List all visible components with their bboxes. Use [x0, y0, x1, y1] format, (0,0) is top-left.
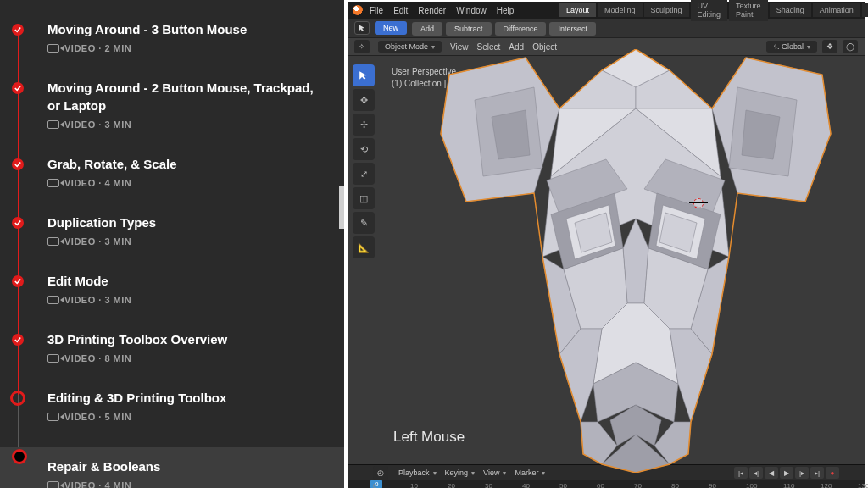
- timeline-tick: 130: [858, 482, 868, 488]
- timeline-tick: 10: [410, 482, 418, 488]
- tab-layout[interactable]: Layout: [559, 3, 596, 17]
- lesson-title: 3D Printing Toolbox Overview: [47, 330, 320, 348]
- timeline-tick: 30: [485, 482, 492, 488]
- timeline-menu-playback[interactable]: Playback: [398, 469, 430, 477]
- check-icon: [12, 82, 24, 94]
- bool-add-button[interactable]: Add: [412, 22, 442, 36]
- check-icon: [12, 334, 24, 346]
- lesson-meta: VIDEO · 5 MIN: [47, 412, 320, 422]
- annotate-tool[interactable]: ✎: [353, 212, 375, 234]
- select-box-tool[interactable]: [353, 64, 375, 86]
- blender-logo-icon: [353, 5, 363, 15]
- lesson-meta: VIDEO · 4 MIN: [47, 178, 320, 188]
- tab-shading[interactable]: Shading: [770, 3, 811, 17]
- menu-render[interactable]: Render: [418, 6, 446, 15]
- rotate-tool[interactable]: ⟲: [353, 138, 375, 160]
- workspace-tabs: LayoutModelingSculptingUV EditingTexture…: [559, 2, 865, 19]
- menu-edit[interactable]: Edit: [393, 6, 408, 15]
- timeline-tick: 50: [559, 482, 567, 488]
- course-playlist: Moving Around - 3 Button Mouse VIDEO · 2…: [0, 0, 344, 488]
- video-icon: [47, 44, 59, 53]
- measure-tool[interactable]: 📐: [353, 236, 375, 258]
- input-hint: Left Mouse: [393, 429, 465, 446]
- video-icon: [47, 237, 59, 246]
- timeline-tick: 110: [783, 482, 794, 488]
- mesh-suzanne: [432, 49, 839, 473]
- tab-uv-editing[interactable]: UV Editing: [691, 0, 728, 21]
- bool-subtract-button[interactable]: Subtract: [446, 22, 492, 36]
- mode-label: Object Mode: [385, 42, 428, 51]
- menu-window[interactable]: Window: [456, 6, 487, 15]
- bool-intersect-button[interactable]: Intersect: [549, 22, 596, 36]
- video-icon: [47, 413, 59, 421]
- tab-texture-paint[interactable]: Texture Paint: [729, 0, 768, 21]
- check-icon: [12, 217, 24, 229]
- lesson-title: Moving Around - 3 Button Mouse: [47, 20, 320, 38]
- blender-app: FileEditRenderWindowHelp LayoutModelingS…: [348, 2, 865, 485]
- timeline-track[interactable]: 0102030405060708090100110120130: [348, 480, 865, 488]
- progress-ring-icon: [10, 391, 25, 406]
- lesson-item[interactable]: Duplication Types VIDEO · 3 MIN: [47, 214, 320, 247]
- timeline-editor-icon[interactable]: ◴: [373, 466, 388, 480]
- timeline-tick: 20: [448, 482, 455, 488]
- menu-file[interactable]: File: [370, 6, 383, 15]
- lesson-meta: VIDEO · 8 MIN: [47, 353, 320, 363]
- lesson-item[interactable]: Moving Around - 2 Button Mouse, Trackpad…: [47, 79, 320, 130]
- cursor-tool[interactable]: ✥: [353, 89, 375, 111]
- lesson-title: Grab, Rotate, & Scale: [47, 155, 320, 173]
- 3d-viewport[interactable]: ✥ ✢ ⟲ ⤢ ◫ ✎ 📐 User Perspective (1) Colle…: [348, 56, 865, 464]
- bool-difference-button[interactable]: Difference: [495, 22, 547, 36]
- lesson-meta: VIDEO · 2 MIN: [47, 43, 320, 53]
- transform-tool[interactable]: ◫: [353, 187, 375, 209]
- lesson-item[interactable]: Repair & Booleans VIDEO · 4 MIN: [0, 447, 344, 488]
- video-icon: [47, 296, 59, 304]
- lesson-title: Editing & 3D Printing Toolbox: [47, 389, 320, 407]
- progress-ring-icon: [12, 449, 27, 464]
- timeline-tick: 40: [522, 482, 530, 488]
- timeline-tick: 70: [634, 482, 642, 488]
- scrollbar-thumb[interactable]: [339, 186, 344, 229]
- lesson-item[interactable]: Grab, Rotate, & Scale VIDEO · 4 MIN: [47, 155, 320, 188]
- 3d-cursor-icon: [691, 196, 706, 211]
- menu-help[interactable]: Help: [497, 6, 515, 15]
- lesson-item[interactable]: Editing & 3D Printing Toolbox VIDEO · 5 …: [47, 389, 320, 422]
- cursor-tool-icon[interactable]: [354, 21, 370, 35]
- editor-type-icon[interactable]: ✧: [354, 40, 370, 53]
- boolean-toolbar: New AddSubtractDifferenceIntersect: [348, 19, 865, 37]
- bool-new-button[interactable]: New: [375, 21, 407, 35]
- check-icon: [12, 158, 24, 170]
- check-icon: [12, 275, 24, 287]
- tab-modeling[interactable]: Modeling: [598, 3, 643, 17]
- tab-animation[interactable]: Animation: [813, 3, 860, 17]
- timeline-tick: 80: [671, 482, 679, 488]
- lesson-meta: VIDEO · 3 MIN: [47, 295, 320, 305]
- timeline-tick: 120: [821, 482, 832, 488]
- lesson-meta: VIDEO · 3 MIN: [47, 119, 320, 130]
- timeline-tick: 60: [597, 482, 604, 488]
- timeline-tick: 90: [709, 482, 716, 488]
- video-icon: [47, 481, 59, 488]
- lesson-title: Edit Mode: [47, 272, 320, 290]
- tab-render[interactable]: Render: [862, 3, 868, 17]
- video-icon: [47, 179, 59, 187]
- svg-marker-19: [623, 219, 648, 303]
- svg-marker-5: [742, 110, 780, 159]
- tab-sculpting[interactable]: Sculpting: [644, 3, 689, 17]
- video-icon: [47, 120, 59, 129]
- scale-tool[interactable]: ⤢: [353, 163, 375, 185]
- svg-marker-2: [492, 110, 530, 159]
- lesson-title: Repair & Booleans: [47, 458, 320, 475]
- lesson-title: Duplication Types: [47, 214, 320, 231]
- lesson-title: Moving Around - 2 Button Mouse, Trackpad…: [47, 79, 320, 114]
- toolbar: ✥ ✢ ⟲ ⤢ ◫ ✎ 📐: [353, 64, 375, 258]
- timeline-tick: 0: [373, 482, 376, 488]
- lesson-meta: VIDEO · 3 MIN: [47, 236, 320, 247]
- lesson-item[interactable]: Edit Mode VIDEO · 3 MIN: [47, 272, 320, 305]
- proportional-edit-icon[interactable]: ◯: [843, 40, 858, 53]
- check-icon: [12, 24, 24, 36]
- video-icon: [47, 354, 59, 363]
- lesson-meta: VIDEO · 4 MIN: [47, 480, 320, 488]
- lesson-item[interactable]: Moving Around - 3 Button Mouse VIDEO · 2…: [47, 20, 320, 53]
- lesson-item[interactable]: 3D Printing Toolbox Overview VIDEO · 8 M…: [47, 330, 320, 363]
- move-tool[interactable]: ✢: [353, 114, 375, 136]
